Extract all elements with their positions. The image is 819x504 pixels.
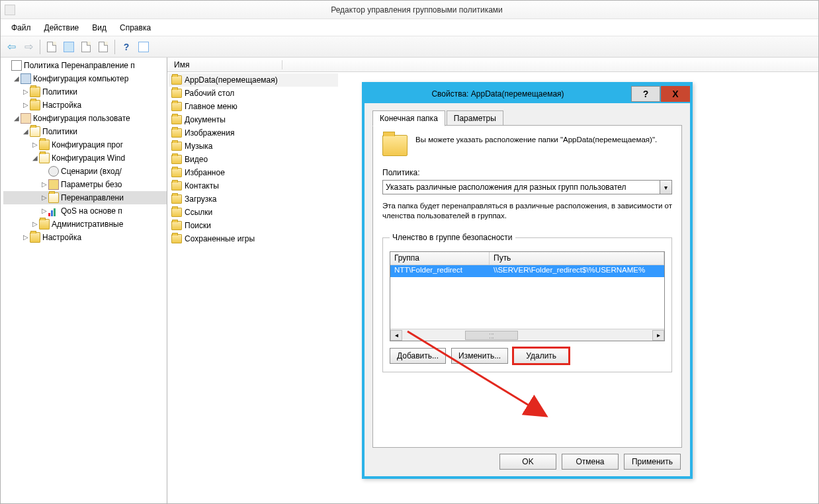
list-item[interactable]: Избранное bbox=[169, 166, 338, 179]
cancel-button[interactable]: Отмена bbox=[562, 454, 619, 470]
nav-forward-icon[interactable] bbox=[21, 39, 36, 55]
security-group-legend: Членство в группе безопасности bbox=[390, 233, 515, 242]
list-item[interactable]: Загрузка bbox=[169, 192, 338, 206]
security-group-table[interactable]: Группа Путь NTT\Folder_redirect \\SERVER… bbox=[390, 251, 665, 341]
tree-root[interactable]: Политика Перенаправление п bbox=[3, 59, 167, 72]
policy-combo-value: Указать различные расположения для разны… bbox=[386, 183, 626, 192]
list-column-name[interactable]: Имя bbox=[171, 60, 282, 69]
help-icon[interactable] bbox=[118, 39, 134, 55]
combo-dropdown-icon[interactable] bbox=[660, 181, 671, 194]
tree-label: Политики bbox=[42, 125, 77, 138]
folder-icon bbox=[39, 219, 50, 230]
hint-row: Вы можете указать расположение папки "Ap… bbox=[382, 135, 672, 156]
toolbar-btn-1[interactable] bbox=[44, 39, 60, 55]
policy-combo[interactable]: Указать различные расположения для разны… bbox=[382, 180, 672, 194]
tree-policies[interactable]: ▷Политики bbox=[3, 85, 167, 99]
ok-button[interactable]: OK bbox=[499, 454, 556, 470]
list-item[interactable]: AppData(перемещаемая) bbox=[169, 73, 338, 87]
tree-pane[interactable]: Политика Перенаправление п ◢Конфигурация… bbox=[1, 58, 167, 503]
list-item[interactable]: Поиски bbox=[169, 219, 338, 232]
list-item[interactable]: Изображения bbox=[169, 126, 338, 140]
dialog-close-button[interactable]: X bbox=[661, 86, 690, 102]
tree-conf-prog[interactable]: ▷Конфигурация прог bbox=[3, 138, 167, 151]
folder-icon bbox=[171, 142, 182, 151]
nav-back-icon[interactable] bbox=[3, 39, 19, 55]
menu-view[interactable]: Вид bbox=[85, 21, 113, 34]
folder-icon bbox=[171, 89, 182, 98]
tree-conf-win[interactable]: ◢Конфигурация Wind bbox=[3, 151, 167, 165]
menu-file[interactable]: Файл bbox=[5, 21, 38, 34]
sg-col-path[interactable]: Путь bbox=[490, 252, 664, 265]
folder-icon bbox=[30, 232, 40, 243]
toolbar-btn-2[interactable] bbox=[61, 39, 77, 55]
folder-icon bbox=[171, 168, 182, 177]
lock-icon bbox=[48, 179, 59, 190]
tree-settings[interactable]: ▷Настройка bbox=[3, 99, 167, 112]
folder-icon bbox=[171, 115, 182, 124]
tree-computer-config[interactable]: ◢Конфигурация компьютер bbox=[3, 72, 167, 85]
tree-adm-templates[interactable]: ▷Административные bbox=[3, 218, 167, 231]
tree-label: Политики bbox=[42, 85, 77, 99]
dialog-titlebar[interactable]: Свойства: AppData(перемещаемая) ? X bbox=[365, 85, 690, 103]
folder-icon bbox=[171, 128, 182, 138]
list-item-label: Рабочий стол bbox=[185, 89, 234, 98]
scroll-track[interactable] bbox=[402, 330, 652, 341]
scroll-right-icon[interactable]: ▸ bbox=[652, 330, 664, 341]
dialog-help-button[interactable]: ? bbox=[631, 86, 660, 102]
policy-icon bbox=[11, 60, 22, 71]
menubar: Файл Действие Вид Справка bbox=[1, 19, 818, 36]
list-item[interactable]: Рабочий стол bbox=[169, 87, 338, 100]
tree-label: Политика Перенаправление п bbox=[24, 59, 135, 72]
toolbar-btn-3[interactable] bbox=[78, 39, 94, 55]
tree-policies-user[interactable]: ◢Политики bbox=[3, 125, 167, 138]
window-title: Редактор управления групповыми политикам… bbox=[19, 5, 814, 15]
apply-button[interactable]: Применить bbox=[624, 454, 681, 470]
folder-open-icon bbox=[30, 126, 40, 137]
folder-redirect-icon bbox=[48, 192, 59, 203]
edit-button[interactable]: Изменить... bbox=[451, 348, 508, 364]
tree-security[interactable]: ▷Параметры безо bbox=[3, 178, 167, 191]
list-item[interactable]: Главное меню bbox=[169, 100, 338, 113]
sg-col-group[interactable]: Группа bbox=[390, 252, 490, 265]
tab-target-folder[interactable]: Конечная папка bbox=[372, 110, 445, 126]
list-item-label: Изображения bbox=[185, 128, 234, 138]
add-button[interactable]: Добавить... bbox=[390, 348, 446, 364]
folder-big-icon bbox=[382, 135, 408, 156]
list-header[interactable]: Имя bbox=[167, 58, 818, 72]
folder-icon bbox=[171, 194, 182, 204]
list-item[interactable]: Документы bbox=[169, 113, 338, 126]
toolbar-btn-4[interactable] bbox=[95, 39, 111, 55]
scroll-left-icon[interactable]: ◂ bbox=[390, 330, 402, 341]
sg-row-selected[interactable]: NTT\Folder_redirect \\SERVER\Folder_redi… bbox=[390, 265, 664, 277]
list-item[interactable]: Контакты bbox=[169, 179, 338, 192]
list-item[interactable]: Музыка bbox=[169, 140, 338, 153]
scroll-thumb[interactable] bbox=[465, 331, 518, 340]
list-item[interactable]: Сохраненные игры bbox=[169, 232, 338, 245]
list-item-label: Контакты bbox=[185, 181, 219, 190]
toolbar-btn-5[interactable] bbox=[136, 39, 151, 55]
tree-settings-user[interactable]: ▷Настройка bbox=[3, 231, 167, 244]
folder-icon bbox=[171, 102, 182, 111]
titlebar: Редактор управления групповыми политикам… bbox=[1, 1, 818, 19]
sg-hscrollbar[interactable]: ◂ ▸ bbox=[390, 329, 664, 341]
sg-cell-group: NTT\Folder_redirect bbox=[390, 265, 490, 277]
tabs: Конечная папка Параметры bbox=[372, 110, 682, 126]
bars-icon bbox=[48, 206, 59, 216]
tab-parameters[interactable]: Параметры bbox=[447, 110, 503, 126]
menu-help[interactable]: Справка bbox=[113, 21, 157, 34]
tree-label: Параметры безо bbox=[61, 178, 122, 191]
list-item[interactable]: Видео bbox=[169, 153, 338, 166]
tree-folder-redirect[interactable]: ▷Перенаправлени bbox=[3, 191, 167, 204]
folder-icon bbox=[171, 208, 182, 217]
tree-qos[interactable]: ▷QoS на основе п bbox=[3, 204, 167, 218]
tree-label: Конфигурация пользовате bbox=[33, 112, 130, 125]
tree-label: QoS на основе п bbox=[61, 204, 122, 218]
tree-label: Административные bbox=[52, 218, 123, 231]
folder-icon bbox=[39, 140, 50, 150]
menu-action[interactable]: Действие bbox=[38, 21, 86, 34]
tree-scenarios[interactable]: Сценарии (вход/ bbox=[3, 165, 167, 178]
tree-user-config[interactable]: ◢Конфигурация пользовате bbox=[3, 112, 167, 125]
list-item[interactable]: Ссылки bbox=[169, 206, 338, 219]
delete-button[interactable]: Удалить bbox=[513, 348, 569, 364]
dialog-title: Свойства: AppData(перемещаемая) bbox=[365, 89, 631, 99]
